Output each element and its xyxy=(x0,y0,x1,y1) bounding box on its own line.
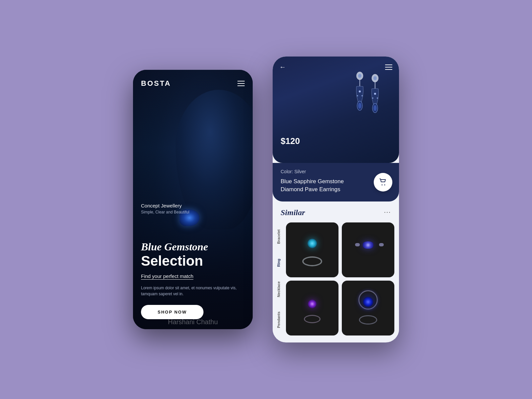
svg-point-17 xyxy=(384,184,385,185)
color-label: Color: Silver xyxy=(281,169,391,174)
gem-1 xyxy=(308,239,317,248)
brand-logo: BOSTA xyxy=(141,79,171,88)
category-bracelet[interactable]: Bracelet xyxy=(277,229,283,244)
hamburger-line-1 xyxy=(237,81,245,81)
lorem-text: Lorem ipsum dolor sit amet, et nonumes v… xyxy=(141,285,245,297)
category-necklace[interactable]: Necklace xyxy=(277,281,283,297)
back-button[interactable]: ← xyxy=(279,63,286,71)
band-1 xyxy=(302,256,322,266)
svg-point-1 xyxy=(358,74,361,78)
svg-point-16 xyxy=(382,184,383,185)
shop-now-button[interactable]: SHOP NOW xyxy=(141,305,203,319)
hamburger-line-1 xyxy=(385,65,392,65)
subtitle-text: Simple, Clear and Beautiful xyxy=(141,210,245,214)
similar-header: Similar ··· xyxy=(273,208,399,217)
side-gem-2b xyxy=(379,243,384,246)
svg-point-7 xyxy=(361,95,363,96)
svg-point-4 xyxy=(358,103,361,109)
headline-italic: Blue Gemstone xyxy=(141,241,245,253)
price-tag: $120 xyxy=(281,136,300,146)
svg-point-14 xyxy=(372,97,373,99)
similar-item-4[interactable] xyxy=(342,281,394,335)
category-labels: Pendants Necklace Ring Bracelet xyxy=(273,222,285,335)
more-options-button[interactable]: ··· xyxy=(384,209,391,216)
svg-point-15 xyxy=(377,97,378,99)
band-4 xyxy=(359,315,377,325)
similar-section: Similar ··· Pendants Necklace Ring Brace… xyxy=(273,201,399,335)
earrings-image xyxy=(342,66,389,140)
watermark: Harshani Chathu xyxy=(133,318,253,326)
product-header: ← xyxy=(273,57,399,163)
similar-item-1[interactable] xyxy=(286,222,338,277)
svg-point-9 xyxy=(373,76,377,80)
side-gem-2a xyxy=(355,243,360,246)
similar-items-grid xyxy=(285,222,399,335)
tagline-text: Concept Jewellery xyxy=(141,203,245,208)
similar-item-3[interactable] xyxy=(286,281,338,335)
svg-point-12 xyxy=(373,105,377,111)
cart-icon xyxy=(379,178,387,187)
left-phone: BOSTA Concept Jewellery Simple, Clear an… xyxy=(133,70,253,329)
category-ring[interactable]: Ring xyxy=(277,259,283,267)
svg-point-5 xyxy=(359,90,361,92)
similar-title: Similar xyxy=(281,208,305,217)
hamburger-line-3 xyxy=(237,85,245,86)
left-nav: BOSTA xyxy=(133,70,253,93)
product-info: Color: Silver Blue Sapphire Gemstone Dia… xyxy=(273,163,399,201)
similar-item-2[interactable] xyxy=(342,222,394,277)
hamburger-line-2 xyxy=(237,83,245,84)
category-pendants[interactable]: Pendants xyxy=(277,312,283,328)
product-name: Blue Sapphire Gemstone Diamond Pave Earr… xyxy=(281,178,367,194)
right-phone: ← xyxy=(273,57,399,342)
hamburger-menu[interactable] xyxy=(237,81,245,86)
gem-4 xyxy=(363,297,373,307)
add-to-cart-button[interactable] xyxy=(374,173,392,192)
gem-3 xyxy=(308,300,317,308)
headline-main: Selection xyxy=(141,254,245,268)
find-match-text: Find your perfect match xyxy=(141,273,245,279)
left-content: Concept Jewellery Simple, Clear and Beau… xyxy=(133,203,253,329)
band-3 xyxy=(304,315,321,323)
categories-grid: Pendants Necklace Ring Bracelet xyxy=(273,222,399,335)
gem-2 xyxy=(363,241,373,249)
svg-point-13 xyxy=(374,93,376,95)
svg-point-6 xyxy=(357,95,358,96)
